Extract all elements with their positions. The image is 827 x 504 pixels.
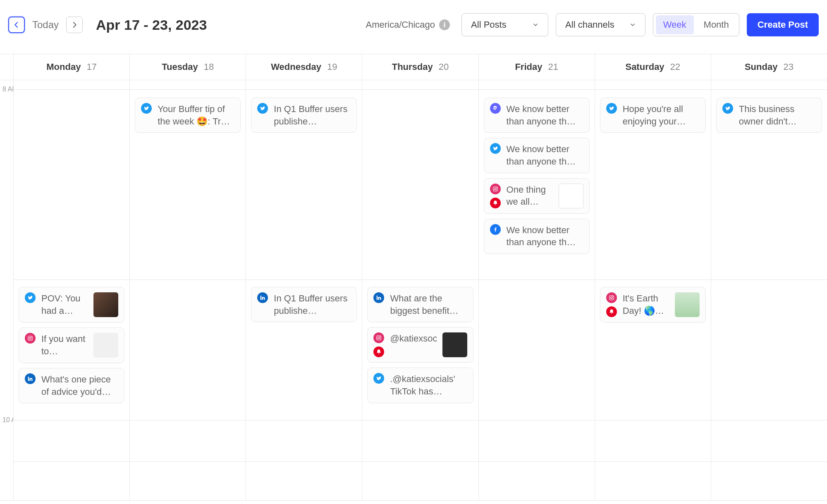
twitter-icon <box>722 103 733 114</box>
post-card[interactable]: @katiexsocials'… <box>367 327 473 363</box>
chevron-left-icon <box>13 21 20 29</box>
post-text: It's Earth Day! 🌎… <box>623 292 669 317</box>
caret-down-icon <box>629 21 636 28</box>
post-text: We know better than anyone th… <box>507 143 583 167</box>
month-toggle[interactable]: Month <box>696 15 736 34</box>
post-card[interactable]: We know better than anyone th… <box>484 138 590 173</box>
view-toggle: Week Month <box>653 13 739 36</box>
post-card[interactable]: POV: You had a… <box>19 287 124 322</box>
post-text: Your Buffer tip of the week 🤩: Tr… <box>158 103 234 127</box>
instagram-icon <box>490 184 501 194</box>
chevron-right-icon <box>71 21 78 29</box>
posts-filter-select[interactable]: All Posts <box>461 13 548 36</box>
post-card[interactable]: If you want to… <box>19 327 124 363</box>
post-thumbnail <box>442 332 467 357</box>
twitter-icon <box>257 103 268 114</box>
calendar-header: Today Apr 17 - 23, 2023 America/Chicago … <box>0 0 827 54</box>
create-post-button[interactable]: Create Post <box>747 13 819 36</box>
day-header-tue[interactable]: Tuesday18 <box>129 54 246 80</box>
post-card[interactable]: This business owner didn't… <box>716 98 822 133</box>
post-text: In Q1 Buffer users publishe… <box>274 292 351 317</box>
day-col-thu[interactable]: What are the biggest benefit… @katiexsoc… <box>362 80 478 500</box>
channels-filter-value: All channels <box>565 19 614 30</box>
day-col-sun[interactable]: This business owner didn't… <box>711 80 827 500</box>
linkedin-icon <box>373 292 384 303</box>
post-card[interactable]: We know better than anyone th… <box>484 98 590 133</box>
instagram-icon <box>25 333 36 344</box>
bell-icon <box>373 346 384 357</box>
calendar: Monday17 Tuesday18 Wednesday19 Thursday2… <box>0 54 827 501</box>
post-text: One thing we all… <box>507 184 553 208</box>
post-text: In Q1 Buffer users publishe… <box>274 103 351 127</box>
post-card[interactable]: Your Buffer tip of the week 🤩: Tr… <box>135 98 241 133</box>
twitter-icon <box>25 292 36 303</box>
post-text: Hope you're all enjoying your… <box>623 103 700 127</box>
post-card[interactable]: In Q1 Buffer users publishe… <box>251 98 357 133</box>
post-text: .@katiexsocials' TikTok has… <box>390 373 467 397</box>
instagram-icon <box>373 332 384 343</box>
post-thumbnail <box>675 292 700 317</box>
post-card[interactable]: In Q1 Buffer users publishe… <box>251 287 357 322</box>
day-header-mon[interactable]: Monday17 <box>13 54 129 80</box>
calendar-body: 8 AM 10 AM POV: You had a… If you want t… <box>0 80 827 500</box>
mastodon-icon <box>490 103 501 114</box>
week-toggle[interactable]: Week <box>656 15 694 34</box>
post-text: This business owner didn't… <box>739 103 816 127</box>
post-card[interactable]: What's one piece of advice you'd… <box>19 368 124 403</box>
post-card[interactable]: It's Earth Day! 🌎… <box>600 287 706 322</box>
day-col-sat[interactable]: Hope you're all enjoying your… It's Eart… <box>595 80 711 500</box>
channels-filter-select[interactable]: All channels <box>556 13 645 36</box>
day-header-wed[interactable]: Wednesday19 <box>246 54 362 80</box>
linkedin-icon <box>257 292 268 303</box>
twitter-icon <box>490 143 501 154</box>
caret-down-icon <box>532 21 539 28</box>
day-col-mon[interactable]: POV: You had a… If you want to… What's o… <box>13 80 129 500</box>
facebook-icon <box>490 224 501 235</box>
post-card[interactable]: What are the biggest benefit… <box>367 287 473 322</box>
post-thumbnail <box>93 333 118 358</box>
linkedin-icon <box>25 373 36 384</box>
post-thumbnail <box>93 292 118 317</box>
post-text: If you want to… <box>41 333 88 357</box>
post-text: What are the biggest benefit… <box>390 292 467 317</box>
next-button[interactable] <box>66 17 83 33</box>
timezone-indicator[interactable]: America/Chicago i <box>366 19 450 30</box>
day-header-sat[interactable]: Saturday22 <box>595 54 711 80</box>
post-card[interactable]: .@katiexsocials' TikTok has… <box>367 368 473 403</box>
twitter-icon <box>141 103 152 114</box>
post-text: @katiexsocials'… <box>390 332 436 345</box>
bell-icon <box>606 306 617 317</box>
day-columns: POV: You had a… If you want to… What's o… <box>13 80 827 500</box>
today-button[interactable]: Today <box>28 19 63 31</box>
calendar-head: Monday17 Tuesday18 Wednesday19 Thursday2… <box>0 54 827 80</box>
posts-filter-value: All Posts <box>471 19 507 30</box>
twitter-icon <box>373 373 384 384</box>
day-header-thu[interactable]: Thursday20 <box>362 54 478 80</box>
day-col-tue[interactable]: Your Buffer tip of the week 🤩: Tr… <box>129 80 246 500</box>
post-thumbnail <box>559 184 583 208</box>
post-text: POV: You had a… <box>41 292 88 317</box>
post-card[interactable]: Hope you're all enjoying your… <box>600 98 706 133</box>
post-text: We know better than anyone th… <box>507 224 583 248</box>
timezone-label: America/Chicago <box>366 19 435 30</box>
info-icon: i <box>439 19 450 30</box>
date-nav-group: Today <box>8 17 83 33</box>
day-col-fri[interactable]: We know better than anyone th… We know b… <box>478 80 595 500</box>
post-text: What's one piece of advice you'd… <box>41 373 118 398</box>
date-range-label: Apr 17 - 23, 2023 <box>96 17 207 33</box>
day-header-sun[interactable]: Sunday23 <box>711 54 827 80</box>
day-col-wed[interactable]: In Q1 Buffer users publishe… In Q1 Buffe… <box>246 80 362 500</box>
prev-button[interactable] <box>8 17 25 33</box>
post-card[interactable]: We know better than anyone th… <box>484 219 590 254</box>
time-gutter: 8 AM 10 AM <box>0 80 13 500</box>
day-header-fri[interactable]: Friday21 <box>478 54 595 80</box>
twitter-icon <box>606 103 617 114</box>
post-card[interactable]: One thing we all… <box>484 178 590 214</box>
bell-icon <box>490 198 501 208</box>
post-text: We know better than anyone th… <box>507 103 583 127</box>
instagram-icon <box>606 292 617 303</box>
